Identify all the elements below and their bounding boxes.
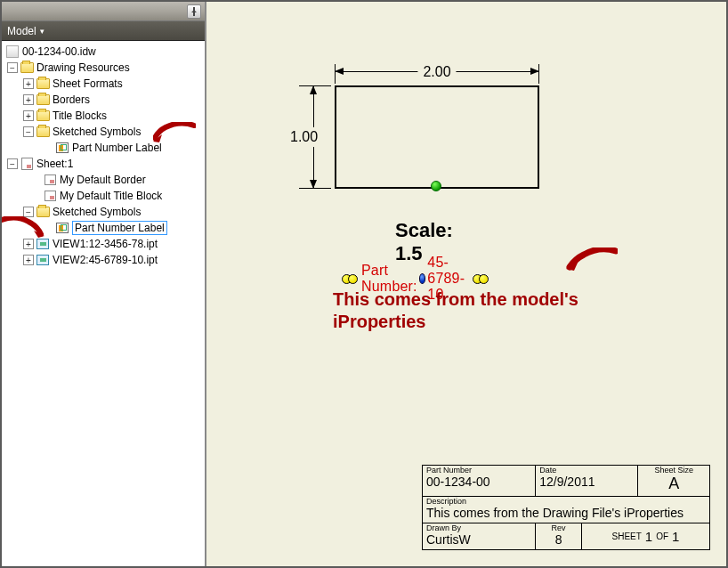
tree-label: Sketched Symbols: [53, 126, 141, 138]
symbol-icon: [55, 141, 69, 155]
selection-handle-icon[interactable]: [342, 274, 358, 284]
annotation-arrow-icon: [566, 247, 618, 272]
tree-item-my-default-border[interactable]: My Default Border: [4, 172, 203, 188]
tree-label: Title Blocks: [53, 110, 107, 122]
model-tree[interactable]: 00-1234-00.idw − Drawing Resources + She…: [2, 41, 205, 566]
tree-item-sketched-symbols[interactable]: − Sketched Symbols: [4, 124, 203, 140]
tree-item-drawing-resources[interactable]: − Drawing Resources: [4, 60, 203, 76]
folder-icon: [20, 61, 34, 75]
tb-sheet-prefix: SHEET: [612, 531, 642, 541]
tree-root[interactable]: 00-1234-00.idw: [4, 44, 203, 60]
tb-drawn-by-lbl: Drawn By: [426, 524, 531, 532]
tree-item-borders[interactable]: + Borders: [4, 92, 203, 108]
folder-icon: [36, 205, 50, 219]
tree-item-sketched-symbols-2[interactable]: − Sketched Symbols: [4, 204, 203, 220]
sheet-icon: [20, 157, 34, 171]
drawing-canvas[interactable]: 2.00 1.00 Scale: 1.5 Part Number: 45-678…: [206, 2, 726, 566]
tb-sheet-current: 1: [645, 529, 652, 544]
tree-item-view2[interactable]: + VIEW2:45-6789-10.ipt: [4, 252, 203, 268]
tree-item-title-blocks[interactable]: + Title Blocks: [4, 108, 203, 124]
tb-part-number-lbl: Part Number: [426, 467, 531, 475]
tb-sheet-mid: OF: [656, 531, 668, 541]
tb-date-val: 12/9/2011: [539, 475, 634, 490]
center-handle-icon[interactable]: [431, 181, 441, 191]
expander-none: [43, 223, 53, 233]
browser-panel: Model ▾ 00-1234-00.idw − Drawing Resourc…: [2, 2, 206, 566]
selection-handle-icon[interactable]: [473, 274, 489, 284]
tb-description-val: This comes from the Drawing File's iProp…: [426, 506, 706, 522]
drawing-file-icon: [5, 45, 20, 59]
expander-plus-icon[interactable]: +: [23, 94, 34, 105]
border-icon: [43, 173, 57, 187]
expander-plus-icon[interactable]: +: [23, 110, 34, 121]
symbol-icon: [55, 221, 69, 235]
tb-sheet-total: 1: [672, 529, 679, 544]
tree-label: Part Number Label: [72, 221, 167, 235]
tree-item-sheet-formats[interactable]: + Sheet Formats: [4, 76, 203, 92]
annotation-label: This comes from the model's iProperties: [333, 289, 578, 331]
expander-plus-icon[interactable]: +: [23, 239, 34, 249]
tb-rev-lbl: Rev: [552, 524, 566, 532]
dropdown-icon: ▾: [40, 27, 44, 36]
tb-sheet-size-val: A: [668, 475, 679, 494]
tree-label: 00-1234-00.idw: [22, 45, 96, 58]
origin-handle-icon[interactable]: [419, 273, 426, 284]
panel-header[interactable]: Model ▾: [2, 21, 205, 41]
expander-none: [30, 191, 41, 201]
expander-plus-icon[interactable]: +: [23, 78, 34, 89]
folder-icon: [36, 77, 50, 91]
expander-minus-icon[interactable]: −: [23, 207, 34, 217]
panel-titlebar[interactable]: [2, 2, 205, 21]
expander-minus-icon[interactable]: −: [7, 158, 18, 169]
tree-label: Drawing Resources: [36, 61, 130, 74]
folder-icon: [36, 125, 50, 139]
tb-drawn-by-val: CurtisW: [426, 532, 531, 548]
tb-part-number-val: 00-1234-00: [426, 475, 531, 490]
tree-label: My Default Title Block: [60, 190, 162, 202]
expander-none: [43, 142, 53, 153]
tree-label: My Default Border: [60, 174, 146, 186]
annotation-text: This comes from the model's iProperties: [333, 288, 609, 333]
titleblock-icon: [43, 189, 57, 203]
tree-label: VIEW2:45-6789-10.ipt: [53, 254, 158, 266]
tree-label: Sketched Symbols: [53, 206, 141, 218]
dimension-value: 1.00: [290, 127, 318, 147]
panel-header-label: Model: [7, 25, 36, 37]
expander-none: [30, 174, 41, 185]
dimension-width[interactable]: 2.00: [335, 66, 539, 84]
expander-plus-icon[interactable]: +: [23, 255, 34, 265]
drawing-rectangle[interactable]: [335, 85, 539, 189]
tree-label: Sheet:1: [36, 158, 73, 170]
tree-item-part-number-label[interactable]: Part Number Label: [4, 140, 203, 156]
tree-label: VIEW1:12-3456-78.ipt: [53, 238, 158, 250]
folder-icon: [36, 93, 50, 107]
tree-label: Borders: [53, 93, 90, 106]
expander-minus-icon[interactable]: −: [7, 62, 18, 73]
tb-rev-val: 8: [555, 532, 562, 548]
tree-label: Sheet Formats: [53, 77, 123, 90]
tb-sheet-size-lbl: Sheet Size: [654, 467, 693, 475]
tb-description-lbl: Description: [426, 498, 706, 506]
dimension-height[interactable]: 1.00: [303, 85, 329, 189]
tb-date-lbl: Date: [539, 467, 634, 475]
tree-label: Part Number Label: [72, 142, 162, 154]
tree-item-part-number-label-2[interactable]: Part Number Label: [4, 220, 203, 236]
pin-icon[interactable]: [187, 4, 201, 19]
dimension-value: 2.00: [417, 64, 456, 80]
tree-item-view1[interactable]: + VIEW1:12-3456-78.ipt: [4, 236, 203, 252]
view-icon: [36, 253, 50, 267]
folder-icon: [36, 109, 50, 123]
tree-item-my-default-title-block[interactable]: My Default Title Block: [4, 188, 203, 204]
expander-minus-icon[interactable]: −: [23, 126, 34, 137]
tree-item-sheet1[interactable]: − Sheet:1: [4, 156, 203, 172]
view-icon: [36, 237, 50, 251]
title-block[interactable]: Part Number 00-1234-00 Date 12/9/2011 Sh…: [422, 465, 710, 550]
